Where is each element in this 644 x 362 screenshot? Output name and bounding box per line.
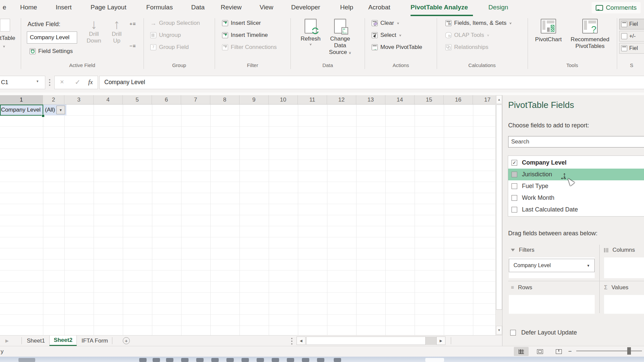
- name-box[interactable]: C1 ▾: [0, 76, 45, 89]
- scroll-up-button[interactable]: ▲: [496, 95, 502, 104]
- pivottable-options-icon[interactable]: [0, 19, 10, 32]
- tab-home[interactable]: Home: [20, 4, 37, 11]
- taskbar-item[interactable]: [211, 358, 219, 362]
- column-header[interactable]: 1: [0, 95, 43, 104]
- expand-field-button[interactable]: +≡: [129, 21, 136, 26]
- tab-acrobat[interactable]: Acrobat: [368, 4, 390, 11]
- column-header[interactable]: 8: [210, 95, 239, 104]
- insert-slicer-button[interactable]: Insert Slicer: [222, 19, 261, 27]
- column-header[interactable]: 11: [298, 95, 327, 104]
- tab-data[interactable]: Data: [191, 4, 205, 11]
- scroll-down-button[interactable]: ▼: [496, 326, 502, 335]
- pivot-filter-dropdown-button[interactable]: ▼: [56, 106, 65, 114]
- column-header[interactable]: 14: [385, 95, 415, 104]
- taskbar-item[interactable]: [272, 358, 279, 362]
- insert-timeline-button[interactable]: Insert Timeline: [222, 31, 268, 40]
- taskbar-item[interactable]: [226, 358, 234, 362]
- sheet-tab-sheet2[interactable]: Sheet2: [49, 336, 77, 346]
- tab-view[interactable]: View: [260, 4, 273, 11]
- fields-items-sets-button[interactable]: Fields, Items, & Sets ∨: [445, 19, 512, 27]
- checkbox[interactable]: [512, 195, 517, 201]
- fill-handle[interactable]: [42, 114, 45, 117]
- taskbar-item[interactable]: [139, 358, 147, 362]
- pivotchart-button[interactable]: PivotChart: [533, 19, 564, 43]
- drill-up-button[interactable]: ↑ Drill Up: [107, 17, 126, 44]
- active-field-input[interactable]: Company Level: [27, 32, 77, 44]
- scrollbar-resize-handle[interactable]: [291, 338, 292, 339]
- formula-bar-handle[interactable]: [49, 79, 50, 80]
- column-header[interactable]: 9: [239, 95, 269, 104]
- drill-down-button[interactable]: ↓ Drill Down: [85, 17, 103, 44]
- taskbar-item[interactable]: [334, 358, 341, 362]
- checkbox-checked[interactable]: ✓: [512, 160, 517, 166]
- column-header[interactable]: 16: [444, 95, 473, 104]
- field-row-company-level[interactable]: ✓ Company Level: [508, 157, 644, 169]
- tab-file-clipped[interactable]: e: [3, 4, 6, 11]
- view-page-break-button[interactable]: [551, 347, 566, 356]
- scroll-right-button[interactable]: ▶: [436, 337, 445, 345]
- new-sheet-button[interactable]: +: [123, 337, 130, 344]
- chevron-down-icon[interactable]: ∨: [3, 45, 5, 48]
- field-headers-button[interactable]: Fiel: [619, 43, 644, 54]
- column-header[interactable]: 7: [181, 95, 210, 104]
- pivottable-group-clipped-label[interactable]: tTable: [0, 35, 15, 42]
- zoom-slider-thumb[interactable]: [627, 347, 631, 355]
- columns-drop-area[interactable]: [604, 257, 644, 278]
- field-list-button[interactable]: Fiel: [619, 19, 644, 29]
- zoom-out-icon[interactable]: −: [568, 348, 572, 355]
- column-header[interactable]: 13: [356, 95, 385, 104]
- group-field-button[interactable]: Group Field: [150, 43, 189, 52]
- enter-icon[interactable]: ✓: [75, 78, 80, 86]
- sheet-tab-sheet1[interactable]: Sheet1: [22, 336, 50, 346]
- vertical-scroll-thumb[interactable]: [496, 105, 502, 310]
- column-header[interactable]: 12: [327, 95, 356, 104]
- taskbar-item[interactable]: [153, 358, 160, 362]
- tab-page-layout[interactable]: Page Layout: [91, 4, 126, 11]
- refresh-button[interactable]: Refresh ∨: [301, 19, 321, 47]
- column-header[interactable]: 15: [415, 95, 444, 104]
- plus-minus-buttons-button[interactable]: +/-: [619, 31, 644, 42]
- ungroup-button[interactable]: Ungroup: [150, 31, 181, 40]
- rows-drop-area[interactable]: [509, 295, 595, 314]
- zoom-slider-track[interactable]: [576, 351, 642, 351]
- cancel-icon[interactable]: ×: [60, 78, 64, 86]
- horizontal-scroll-track[interactable]: [426, 337, 436, 345]
- field-settings-button[interactable]: Field Settings: [30, 47, 73, 56]
- relationships-button[interactable]: Relationships: [445, 43, 488, 52]
- taskbar-item[interactable]: [287, 358, 294, 362]
- collapse-field-button[interactable]: −≡: [129, 43, 136, 49]
- taskbar-item[interactable]: [181, 358, 189, 362]
- recommended-pivottables-button[interactable]: ? Recommended PivotTables: [565, 19, 615, 50]
- olap-tools-button[interactable]: OLAP Tools ∨: [445, 31, 489, 40]
- filters-field-chip[interactable]: Company Level ▼: [509, 259, 595, 272]
- column-header[interactable]: 4: [94, 95, 123, 104]
- move-pivottable-button[interactable]: Move PivotTable: [372, 43, 422, 52]
- taskbar-item[interactable]: [317, 358, 324, 362]
- column-header[interactable]: 2: [43, 95, 64, 104]
- column-header[interactable]: 17: [473, 95, 495, 104]
- sheet-tab-ifta-form[interactable]: IFTA Form: [77, 336, 113, 346]
- name-box-dropdown-icon[interactable]: ▾: [37, 79, 39, 83]
- column-header[interactable]: 3: [64, 95, 94, 104]
- filter-connections-button[interactable]: Filter Connections: [222, 43, 277, 52]
- tab-design[interactable]: Design: [488, 4, 508, 11]
- checkbox[interactable]: [512, 207, 517, 213]
- formula-input[interactable]: Company Level: [99, 76, 644, 89]
- tab-formulas[interactable]: Formulas: [146, 4, 173, 11]
- taskbar-item[interactable]: [302, 358, 309, 362]
- vertical-scrollbar[interactable]: ▲ ▼: [495, 95, 502, 335]
- taskbar-item[interactable]: [196, 358, 204, 362]
- change-data-source-button[interactable]: Change Data Source ∨: [323, 19, 357, 56]
- field-row-last-calculated-date[interactable]: Last Calculated Date: [508, 204, 644, 216]
- column-header[interactable]: 6: [152, 95, 181, 104]
- values-drop-area[interactable]: [604, 295, 644, 314]
- view-page-layout-button[interactable]: [533, 347, 547, 356]
- field-row-fuel-type[interactable]: Fuel Type: [508, 180, 644, 192]
- column-header[interactable]: 5: [123, 95, 152, 104]
- field-row-jurisdiction[interactable]: Jurisdiction: [508, 169, 644, 180]
- group-selection-button[interactable]: → Group Selection: [150, 19, 200, 27]
- checkbox-hover[interactable]: [512, 172, 517, 177]
- comments-button[interactable]: Comments: [592, 2, 641, 13]
- tab-developer[interactable]: Developer: [291, 4, 320, 11]
- field-row-work-month[interactable]: Work Month: [508, 192, 644, 204]
